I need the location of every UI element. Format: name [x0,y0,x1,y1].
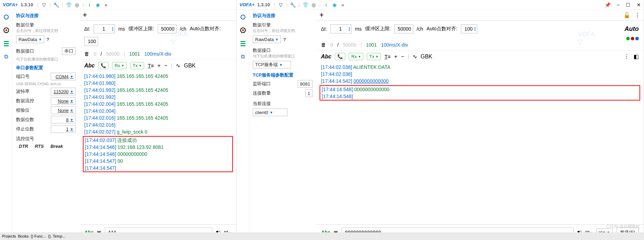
trash-icon[interactable]: 🗑 [84,51,89,57]
shirt-icon[interactable]: 👕 [303,2,308,8]
databits-select[interactable]: 8▼ [51,116,76,123]
flow-select[interactable]: None▼ [51,97,76,105]
temp-tab[interactable]: {}. Temp... [48,234,65,238]
dt-input[interactable]: ▲▼ [330,24,352,33]
buf-input[interactable] [158,24,176,33]
shirt-icon[interactable]: 👕 [66,2,71,8]
wave-icon[interactable]: ∿ [413,53,417,60]
auto-label: Auto [625,25,639,33]
terminal-left[interactable]: [17:44:01.980] 165.165.165.165 42405 [17… [79,71,236,224]
phone-icon[interactable]: 📞 [335,53,345,60]
rts-toggle[interactable]: RTS [35,144,44,149]
textcase-icon[interactable]: T≡ [148,63,154,69]
buf-input[interactable] [394,24,413,33]
tcp-title: TCP服务端参数配置 [253,72,313,78]
main-left: + VOFA▽ Δt: ▲▼ ms 缓冲区上限: /ch Auto点数对齐: 🗑… [79,10,236,240]
rx-toggle[interactable]: Rx▼ [112,62,127,69]
new-tab-button[interactable]: + [83,11,87,19]
tx-toggle[interactable]: Tx▼ [130,62,144,69]
copy-icon[interactable]: ⧉ [239,53,247,61]
record-icon[interactable] [2,26,10,34]
trash-icon[interactable]: 🗑 [321,42,326,48]
connect-icon[interactable] [239,13,247,21]
iface-label: 数据接口 [16,48,34,54]
projects-tab[interactable]: Projects [2,234,16,238]
terminal-right[interactable]: [17:44:02.038] ALIENTEK DATA [17:44:02.0… [316,62,644,224]
minus-icon[interactable]: − [401,54,404,60]
auto-input[interactable] [84,37,98,46]
listen-port[interactable]: 8081 [298,80,313,88]
target-icon[interactable]: ◎ [74,2,80,8]
wave-icon[interactable]: ∿ [176,62,180,69]
rate-link[interactable]: 100ms/X-div [144,51,171,57]
titlebar-right: VOFA+ 1.3.10 |▽ |🔧 |👕 ◎ |i ◉ « 📌 − ☐ ✕ [237,0,644,10]
brand: VOFA+ [3,2,18,7]
fingerprint-icon[interactable]: ◉ [95,2,101,8]
record-icon[interactable] [239,26,247,34]
info-icon[interactable]: i [323,2,329,8]
target-icon[interactable]: ◎ [311,2,316,8]
parity-select[interactable]: None▼ [51,106,76,114]
serial-title: 串口参数配置 [16,65,76,71]
auto-input[interactable]: ▲▼ [461,24,477,33]
wrench-icon[interactable]: 🔧 [54,2,59,8]
config-panel: 协议与连接 数据引擎 点击问号，前往详细文档 RawData▼ ? 数据接口 串… [13,10,79,240]
watermark: CSDN @亦嘟啊哈 [606,224,640,230]
titlebar-left: VOFA+ 1.3.10 | ▽ | 🔧 | 👕 ◎ | i ◉ « [0,0,236,10]
iface-badge[interactable]: 串口 [62,47,76,55]
iface-select[interactable]: TCP服务端▼ [253,61,291,69]
rx-toggle[interactable]: Rx▼ [349,53,363,60]
main-right: + 🔓 ⋮ VOFA▽ Δt: ▲▼ ms 缓冲区上限: /ch Auto点数对… [316,10,644,240]
port-info: USB-SERIAL CH340, wch.cn [16,82,76,86]
engine-select[interactable]: RawData▼ [253,35,281,43]
menu-icon[interactable] [239,40,247,47]
close-icon[interactable]: ✕ [637,2,641,8]
phone-icon[interactable]: 📞 [98,62,109,69]
minimize-icon[interactable]: − [617,2,620,8]
dtr-toggle[interactable]: DTR [19,144,28,149]
conn-count: 1 [305,89,313,97]
help-icon[interactable]: ? [46,37,49,42]
check-icon[interactable]: ▽ [278,2,284,8]
engine-select[interactable]: RawData▼ [16,35,44,43]
minus-icon[interactable]: − [164,63,167,69]
port-select[interactable]: COM4▼ [51,73,76,80]
stopbits-select[interactable]: 1▼ [51,125,76,133]
taskbar: Projects Books {} Func... {}. Temp... [0,232,644,240]
collapse-icon[interactable]: « [103,2,109,8]
unlock-icon[interactable]: 🔓 [623,12,630,18]
connect-icon[interactable] [2,13,10,21]
abc-toggle[interactable]: Abc [84,63,95,69]
plus-icon[interactable]: + [394,54,397,60]
check-icon[interactable]: ▽ [41,2,47,8]
wrench-icon[interactable]: 🔧 [290,2,296,8]
func-tab[interactable]: {} Func... [31,234,46,238]
books-tab[interactable]: Books [18,234,29,238]
collapse-icon[interactable]: « [340,2,346,8]
tx-toggle[interactable]: Tx▼ [367,53,381,60]
more-icon[interactable]: ⋮ [635,12,640,18]
plus-icon[interactable]: + [157,63,160,69]
dt-input[interactable]: ▲▼ [94,24,115,33]
new-tab-button[interactable]: + [320,11,324,19]
pin-icon[interactable]: 📌 [605,2,611,8]
iface-hint: 与下位机通信的物理接口 [16,57,76,62]
break-toggle[interactable]: Break [50,144,63,149]
copy-icon[interactable]: ⧉ [2,53,10,61]
help-icon[interactable]: ? [283,37,286,42]
fc-label: 流控信号 [16,136,76,142]
maximize-icon[interactable]: ☐ [626,2,630,8]
sidebar: ⧉ [0,10,13,240]
highlight-box: [17:44:14.548] 0000000000000 [17:44:14.5… [320,85,640,101]
menu-icon[interactable] [2,40,10,47]
conn-title: 协议与连接 [16,13,76,19]
baud-select[interactable]: 115200▼ [51,88,76,95]
version: 1.3.10 [21,2,33,7]
info-icon[interactable]: i [87,2,92,8]
client-select[interactable]: client0▼ [253,109,288,116]
fingerprint-icon[interactable]: ◉ [332,2,337,8]
textcase-icon[interactable]: T≡ [384,54,391,59]
eraser-icon[interactable]: ◧ [634,53,639,60]
more-icon[interactable]: ⋮ [624,53,629,60]
engine-label: 数据引擎 [16,22,76,28]
